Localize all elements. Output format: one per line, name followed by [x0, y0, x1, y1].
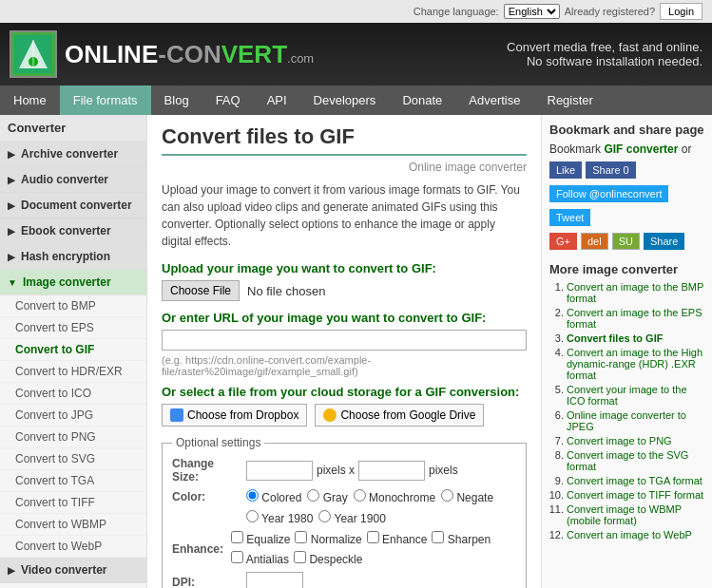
nav-file-formats[interactable]: File formats [60, 85, 151, 115]
dpi-input[interactable] [246, 572, 303, 588]
nav-register[interactable]: Register [534, 85, 606, 115]
choose-file-button[interactable]: Choose File [162, 280, 240, 301]
enhance-enhance[interactable]: Enhance [367, 531, 428, 546]
sidebar-link-tga[interactable]: Convert to TGA [0, 470, 146, 492]
year-1900[interactable]: Year 1900 [318, 510, 385, 525]
sidebar-link-png[interactable]: Convert to PNG [0, 427, 146, 448]
sidebar-item-document[interactable]: ▶Document converter [0, 193, 146, 218]
su-label: SU [619, 236, 633, 247]
tweet-button[interactable]: Tweet [549, 209, 590, 226]
color-negate[interactable]: Negate [441, 489, 493, 504]
more-link-png[interactable]: Convert image to PNG [567, 435, 672, 446]
more-item-gif: Convert files to GIF [567, 332, 704, 344]
url-input[interactable] [162, 330, 527, 351]
sidebar-link-hdr[interactable]: Convert to HDR/EXR [0, 361, 146, 383]
cloud-row: Choose from Dropbox Choose from Google D… [162, 404, 527, 427]
file-input-row: Choose File No file chosen [162, 280, 527, 301]
page-subtitle: Online image converter [162, 161, 527, 174]
enhance-sharpen[interactable]: Sharpen [432, 531, 491, 546]
fb-share-button[interactable]: Share 0 [586, 161, 636, 179]
language-select[interactable]: English [504, 4, 560, 19]
more-link-bmp[interactable]: Convert an image to the BMP format [567, 281, 703, 304]
enhance-normalize[interactable]: Normalize [295, 531, 361, 546]
gplus-button[interactable]: G+ [549, 233, 577, 250]
cb-antialias[interactable] [231, 551, 243, 563]
more-link-gif[interactable]: Convert files to GIF [567, 332, 663, 344]
more-link-tiff[interactable]: Convert image to TIFF format [567, 489, 703, 501]
enhance-equalize[interactable]: Equalize [231, 531, 290, 546]
more-link-wbmp[interactable]: Convert image to WBMP (mobile format) [567, 503, 682, 526]
color-mono[interactable]: Monochrome [354, 489, 435, 504]
del-button[interactable]: del [581, 233, 608, 250]
more-link-jpeg[interactable]: Online image converter to JPEG [567, 409, 686, 432]
radio-gray[interactable] [307, 489, 319, 502]
login-button[interactable]: Login [660, 3, 702, 20]
nav-api[interactable]: API [254, 85, 300, 115]
sidebar-item-video[interactable]: ▶Video converter [0, 558, 146, 583]
color-gray[interactable]: Gray [307, 489, 347, 504]
nav-home[interactable]: Home [0, 85, 60, 115]
linkedin-label: Share [650, 236, 678, 247]
sidebar-item-hash[interactable]: ▶Hash encryption [0, 244, 146, 270]
more-item-tga: Convert image to TGA format [567, 475, 704, 486]
width-input[interactable] [246, 461, 313, 481]
sidebar-link-eps[interactable]: Convert to EPS [0, 317, 146, 339]
pixels-row: pixels x pixels [246, 461, 458, 481]
tweet-label: Tweet [556, 212, 584, 223]
other-social-row: G+ del SU Share [549, 233, 704, 253]
nav-faq[interactable]: FAQ [202, 85, 254, 115]
gif-converter-link[interactable]: GIF converter [604, 142, 678, 156]
nav-blog[interactable]: Blog [151, 85, 202, 115]
dpi-row: DPI: [172, 572, 516, 588]
su-button[interactable]: SU [612, 233, 640, 250]
color-colored[interactable]: Colored [246, 489, 301, 504]
radio-colored[interactable] [246, 489, 259, 502]
more-link-tga[interactable]: Convert image to TGA format [567, 475, 702, 486]
cb-enhance[interactable] [367, 531, 379, 543]
radio-mono[interactable] [354, 489, 366, 502]
cb-sharpen[interactable] [432, 531, 444, 543]
sidebar-link-ico[interactable]: Convert to ICO [0, 383, 146, 405]
sidebar-item-audio[interactable]: ▶Audio converter [0, 167, 146, 193]
tw-follow-button[interactable]: Follow @onlineconvert [549, 185, 668, 202]
linkedin-button[interactable]: Share [644, 233, 684, 250]
nav-donate[interactable]: Donate [389, 85, 455, 115]
dropbox-label: Choose from Dropbox [187, 408, 298, 422]
nav-developers[interactable]: Developers [300, 85, 390, 115]
sidebar-item-ebook[interactable]: ▶Ebook converter [0, 218, 146, 244]
more-item-eps: Convert an image to the EPS format [567, 307, 704, 330]
sidebar-link-bmp[interactable]: Convert to BMP [0, 295, 146, 317]
cb-despeckle[interactable] [294, 551, 306, 563]
year-1980[interactable]: Year 1980 [246, 510, 313, 525]
more-link-ico[interactable]: Convert your image to the ICO format [567, 384, 687, 407]
more-link-svg[interactable]: Convert image to the SVG format [567, 449, 688, 472]
sidebar-link-wbmp[interactable]: Convert to WBMP [0, 514, 146, 536]
sidebar-link-jpg[interactable]: Convert to JPG [0, 405, 146, 427]
main-content: Convert files to GIF Online image conver… [147, 115, 541, 588]
cb-equalize[interactable] [231, 531, 243, 543]
radio-1980[interactable] [246, 510, 259, 522]
more-link-webp[interactable]: Convert an image to WebP [567, 529, 692, 541]
height-input[interactable] [358, 461, 425, 481]
gdrive-label: Choose from Google Drive [340, 408, 475, 422]
enhance-antialias[interactable]: Antialias [231, 551, 289, 566]
sidebar-link-tiff[interactable]: Convert to TIFF [0, 492, 146, 514]
radio-negate[interactable] [441, 489, 453, 502]
fb-like-button[interactable]: Like [549, 161, 582, 179]
more-link-hdr[interactable]: Convert an image to the High dynamic-ran… [567, 347, 702, 381]
sidebar-item-image[interactable]: ▼Image converter [0, 270, 146, 295]
dropbox-button[interactable]: Choose from Dropbox [162, 404, 307, 427]
sidebar-link-svg[interactable]: Convert to SVG [0, 448, 146, 470]
more-link-eps[interactable]: Convert an image to the EPS format [567, 307, 702, 330]
enhance-despeckle[interactable]: Despeckle [294, 551, 362, 566]
nav-advertise[interactable]: Advertise [455, 85, 533, 115]
sidebar-link-gif[interactable]: Convert to GIF [0, 339, 146, 361]
tw-row: Follow @onlineconvert [549, 185, 704, 205]
pixels-end-label: pixels [429, 464, 458, 477]
radio-1900[interactable] [318, 510, 331, 522]
sidebar-link-webp[interactable]: Convert to WebP [0, 536, 146, 558]
cb-normalize[interactable] [295, 531, 307, 543]
gdrive-button[interactable]: Choose from Google Drive [315, 404, 484, 427]
color-radio-group: Colored Gray Monochrome Negate [246, 489, 493, 504]
sidebar-item-archive[interactable]: ▶Archive converter [0, 142, 146, 167]
